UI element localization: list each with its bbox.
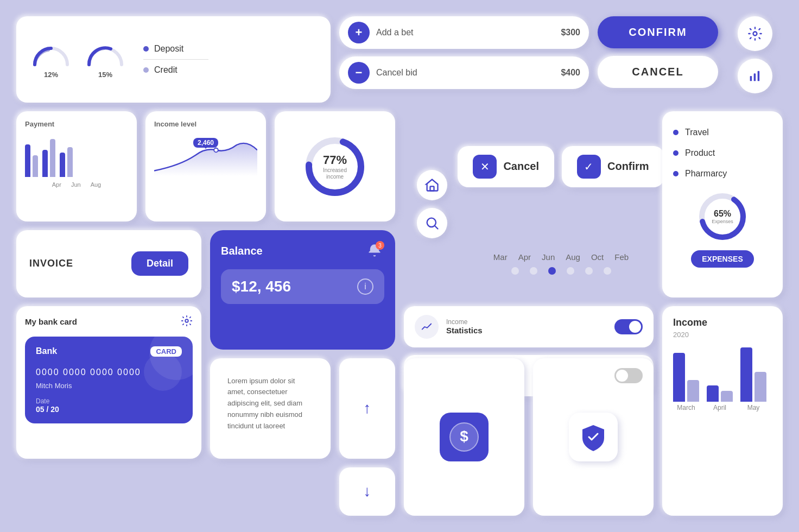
income-stats-text: Income Statistics <box>446 318 607 335</box>
invoice-card: INVOICE Detail <box>16 230 201 297</box>
payment-chart-card: Payment Apr Jun Aug <box>16 111 137 221</box>
shield-svg <box>577 421 610 453</box>
category-list-card: Travel Product Pharmarcy 65% Expenses <box>662 111 783 297</box>
month-selector: Mar Apr Jun Aug Oct Feb <box>468 230 654 297</box>
confirm-action-label: Confirm <box>607 160 649 173</box>
toggle-knob-payments <box>616 370 628 382</box>
month-feb[interactable]: Feb <box>614 252 629 262</box>
confirm-button[interactable]: CONFIRM <box>598 16 718 48</box>
settings-button[interactable] <box>738 16 772 51</box>
add-bet-label: Add a bet <box>376 28 554 37</box>
month-labels-row: Mar Apr Jun Aug Oct Feb <box>493 252 629 262</box>
dot-jun[interactable] <box>548 267 556 275</box>
chart-labels: Apr Jun Aug <box>25 181 128 188</box>
expenses-sub: Expenses <box>712 219 733 224</box>
bank-card-header: My bank card <box>25 315 193 329</box>
dot-aug[interactable] <box>567 267 574 275</box>
cancel-button[interactable]: CANCEL <box>598 56 718 88</box>
dot-travel <box>673 130 678 135</box>
credit-label: Credit <box>154 65 177 75</box>
cancel-action-button[interactable]: ✕ Cancel <box>458 146 554 187</box>
svg-rect-8 <box>430 187 434 191</box>
arc-gauge-1: 12% <box>29 40 73 79</box>
cancel-action-label: Cancel <box>503 160 539 173</box>
bar-jun-light <box>50 139 55 177</box>
month-dots-row <box>511 267 611 275</box>
bar-may: May <box>740 347 766 411</box>
svg-rect-3 <box>757 71 759 81</box>
chart-button[interactable] <box>738 59 772 93</box>
income-level-title: Income level <box>154 120 257 128</box>
payment-bar-chart <box>25 134 128 177</box>
legend-deposit: Deposit <box>143 44 208 54</box>
month-oct[interactable]: Oct <box>591 252 604 262</box>
arrow-up-icon[interactable]: ↑ <box>364 400 371 417</box>
card-date-label: Date <box>36 397 59 405</box>
category-travel: Travel <box>673 122 772 143</box>
lorem-card: Lorem ipsum dolor sit amet, consectetuer… <box>210 358 331 459</box>
svg-rect-2 <box>753 73 756 81</box>
income-main: Statistics <box>446 326 607 335</box>
svg-text:$: $ <box>460 428 468 445</box>
bank-name: Bank <box>36 346 57 357</box>
coin-svg: $ <box>448 421 480 453</box>
label-aug: Aug <box>91 181 102 188</box>
bar-jun-dark <box>42 150 48 177</box>
income-toggle[interactable] <box>614 319 643 334</box>
bar-may-light <box>754 372 766 402</box>
notification-count: 3 <box>376 241 384 250</box>
lorem-text: Lorem ipsum dolor sit amet, consectetuer… <box>219 367 322 441</box>
shield-icon <box>569 413 618 461</box>
confirm-action-button[interactable]: ✓ Confirm <box>562 146 664 187</box>
search-button[interactable] <box>417 208 447 238</box>
legend-credit: Credit <box>143 65 208 75</box>
home-button[interactable] <box>417 170 447 200</box>
arc-svg-2 <box>84 40 127 67</box>
income-tooltip: 2,460 <box>193 138 218 148</box>
confirm-cancel-section: CONFIRM CANCEL <box>598 16 718 103</box>
bar-pair-march <box>673 353 699 402</box>
dot-feb[interactable] <box>604 267 611 275</box>
month-aug[interactable]: Aug <box>566 252 580 262</box>
arrow-down-card[interactable]: ↓ <box>339 467 395 516</box>
cancel-bid-row[interactable]: − Cancel bid $400 <box>339 56 589 89</box>
cancel-x-icon: ✕ <box>473 155 497 179</box>
balance-header: Balance 3 <box>221 241 384 261</box>
dot-mar[interactable] <box>511 267 519 275</box>
bank-settings-icon[interactable] <box>181 315 193 329</box>
month-apr[interactable]: Apr <box>518 252 531 262</box>
card-date-value: 05 / 20 <box>36 405 59 414</box>
deposit-credit-card: 12% 15% Deposit Credit <box>16 16 331 103</box>
dot-apr[interactable] <box>530 267 537 275</box>
add-bet-row[interactable]: + Add a bet $300 <box>339 16 589 49</box>
income-chart-year: 2020 <box>673 331 772 339</box>
donut-main-sub: Increased income <box>319 167 351 180</box>
detail-button[interactable]: Detail <box>131 251 188 276</box>
payments-toggle[interactable] <box>614 368 643 383</box>
expenses-button[interactable]: EXPENSES <box>691 250 753 268</box>
cancel-bid-amount: $400 <box>561 68 580 78</box>
bar-group-2 <box>42 139 55 177</box>
balance-amount-row: $12, 456 i <box>221 269 384 304</box>
arrow-up-card[interactable]: ↑ <box>339 358 395 459</box>
month-mar[interactable]: Mar <box>493 252 508 262</box>
dot-oct[interactable] <box>585 267 593 275</box>
cancel-bid-icon: − <box>348 62 370 84</box>
legend-divider <box>143 59 208 60</box>
donut-main-center: 77% Increased income <box>319 153 351 180</box>
balance-card: Balance 3 $12, 456 i <box>210 230 395 349</box>
income-chart-title: Income <box>673 317 772 328</box>
bar-pair-may <box>740 347 766 402</box>
bar-march-dark <box>673 353 685 402</box>
svg-point-0 <box>753 32 757 36</box>
arrow-down-icon[interactable]: ↓ <box>364 483 371 500</box>
label-apr: Apr <box>52 181 61 188</box>
deposit-label: Deposit <box>154 44 183 54</box>
bell-badge[interactable]: 3 <box>365 241 384 261</box>
search-icon <box>424 216 440 231</box>
bank-card-visual: Bank CARD 0000 0000 0000 0000 Mitch Mori… <box>25 337 193 423</box>
info-button[interactable]: i <box>357 278 373 295</box>
add-bet-icon: + <box>348 22 370 43</box>
bet-section: + Add a bet $300 − Cancel bid $400 <box>339 16 589 103</box>
month-jun[interactable]: Jun <box>542 252 555 262</box>
